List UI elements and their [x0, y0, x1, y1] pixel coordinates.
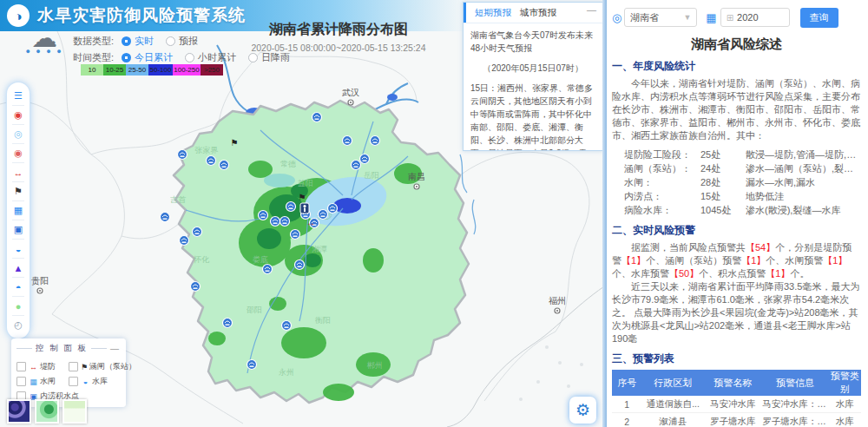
- stat-row: 内涝点：15处地势低洼: [612, 189, 861, 203]
- active-tab-accent: [464, 3, 466, 23]
- dike-icon[interactable]: ↔: [7, 163, 30, 181]
- radio-time-type-0[interactable]: 今日累计: [122, 51, 173, 64]
- checkbox[interactable]: [69, 362, 78, 371]
- reservoir-marker-icon[interactable]: [286, 202, 296, 212]
- radio-icon: [122, 53, 131, 62]
- sluice-icon: ▦: [29, 378, 38, 386]
- checkbox[interactable]: [16, 362, 26, 371]
- reservoir-marker-icon[interactable]: [319, 210, 328, 220]
- radio-time-type-2[interactable]: 日降雨: [248, 51, 290, 64]
- layer-toggle-reservoir[interactable]: ◒水库: [69, 376, 121, 387]
- radio-time-type-1[interactable]: 小时累计: [185, 51, 236, 64]
- reservoir-marker-icon[interactable]: [343, 136, 352, 146]
- half-circle-icon[interactable]: ◓: [7, 278, 30, 296]
- map-canvas[interactable]: 张家界常德岳阳吉首益阳长沙娄底怀化湘潭邵阳衡阳永州郴州 ⚑⚑↔ 武汉重庆贵阳南昌…: [0, 0, 604, 427]
- realtime-warning-paragraph: 据监测，当前风险点预警共【54】个，分别是堤防预警【1】个、涵闸（泵站）预警【1…: [612, 241, 861, 280]
- year-input[interactable]: ⊞ 2020: [720, 8, 790, 27]
- waterlogging-marker-icon[interactable]: [300, 203, 309, 214]
- table-cell: 马安冲水库：2020-...: [761, 396, 828, 413]
- reservoir-marker-icon[interactable]: [180, 236, 189, 246]
- tab-short-term-forecast[interactable]: 短期预报: [475, 7, 511, 19]
- table-row[interactable]: 2溆浦县罗子塘水库罗子塘水库：2020-...水库: [612, 413, 861, 427]
- reservoir-marker-icon[interactable]: [271, 217, 280, 227]
- warning-count: 【1】: [741, 255, 766, 266]
- collapse-panel-button[interactable]: —: [110, 344, 121, 353]
- sluice-icon[interactable]: ▦: [7, 201, 30, 220]
- reservoir-marker-icon[interactable]: [352, 161, 361, 170]
- triangle-icon[interactable]: ▲: [7, 259, 30, 277]
- reservoir-marker-icon[interactable]: [282, 321, 292, 331]
- green-dot-icon[interactable]: ●: [7, 297, 30, 315]
- layer-checkbox-list: ↔堤防⚑涵闸（泵站）▦水闸◒水库▣内涝积水点: [16, 358, 121, 402]
- flag-icon[interactable]: ⚑: [7, 182, 30, 200]
- radio-data-type-1[interactable]: 预报: [166, 35, 198, 48]
- app-title: 水旱灾害防御风险预警系统: [37, 4, 246, 27]
- reservoir-marker-icon[interactable]: [291, 230, 300, 240]
- tab-city-forecast[interactable]: 城市预报: [520, 7, 556, 19]
- reservoir-marker-icon[interactable]: [280, 217, 290, 227]
- table-cell: 溆浦县: [641, 413, 704, 427]
- alarm-icon[interactable]: ◉: [7, 106, 30, 124]
- region-label: 怀化: [193, 255, 210, 264]
- checkbox[interactable]: [16, 377, 26, 386]
- reservoir-marker-icon[interactable]: [161, 213, 170, 222]
- reservoir-marker-icon[interactable]: [312, 113, 322, 122]
- reservoir-marker-icon[interactable]: [207, 156, 216, 166]
- waterlogging-icon[interactable]: ▣: [7, 220, 30, 239]
- stat-desc: 散浸—堤防,管涌—堤防,滑坡—堤防,...: [746, 148, 861, 161]
- region-select[interactable]: 湖南省 ▼: [624, 8, 697, 27]
- reservoir-marker-icon[interactable]: [371, 136, 380, 146]
- table-row[interactable]: 1通道侗族自...马安冲水库马安冲水库：2020-...水库: [612, 396, 861, 413]
- map-toolbar: ☰◉◎◉↔⚑▦▣◒▲◓●◴: [7, 82, 30, 338]
- reservoir-marker-icon[interactable]: [223, 319, 233, 328]
- reservoir-marker-icon[interactable]: [259, 211, 268, 220]
- calendar-small-icon: ⊞: [727, 13, 733, 23]
- clock-icon[interactable]: ◴: [7, 316, 30, 334]
- reservoir-marker-icon[interactable]: [247, 360, 257, 370]
- reservoir-marker-icon[interactable]: [191, 282, 201, 292]
- reservoir-marker-icon[interactable]: [263, 265, 273, 274]
- reservoir-marker-icon[interactable]: [193, 227, 202, 237]
- settings-gear-button[interactable]: ⚙: [569, 397, 596, 424]
- layer-label: 水库: [92, 376, 108, 387]
- layer-toggle-dike[interactable]: ↔堤防: [16, 361, 69, 372]
- layer-toggle-culvert-pump[interactable]: ⚑涵闸（泵站）: [69, 361, 121, 372]
- dike-marker-icon[interactable]: ↔: [306, 218, 315, 227]
- culvert-pump-icon: ⚑: [81, 363, 88, 371]
- target-icon[interactable]: ◉: [7, 144, 30, 162]
- reservoir-marker-icon[interactable]: [220, 161, 229, 170]
- stat-desc: 漏水—水闸,漏水: [746, 175, 861, 189]
- basemap-thumb-dark[interactable]: [7, 399, 31, 424]
- paragraph-text: 个、水闸预警: [766, 255, 823, 266]
- table-header-cell: 行政区划: [641, 370, 704, 396]
- collapse-forecast-button[interactable]: —: [587, 4, 596, 15]
- stat-row: 水闸：28处漏水—水闸,漏水: [612, 175, 861, 189]
- warning-count: 【1】: [823, 255, 847, 266]
- year-input-value: 2020: [737, 12, 758, 23]
- basemap-thumb-light[interactable]: [62, 399, 87, 424]
- reservoir-icon[interactable]: ◒: [7, 240, 30, 258]
- table-cell: 水库: [829, 413, 861, 427]
- warning-list-table: 序号行政区划预警名称预警信息预警类别 1通道侗族自...马安冲水库马安冲水库：2…: [612, 370, 861, 427]
- checkbox[interactable]: [69, 377, 78, 386]
- svg-text:贵阳: 贵阳: [31, 276, 49, 286]
- warning-count: 【54】: [746, 242, 775, 253]
- reservoir-marker-icon[interactable]: [360, 154, 370, 164]
- warning-count: 【1】: [621, 255, 646, 266]
- warning-count: 【50】: [669, 268, 699, 279]
- flag-marker-icon[interactable]: ⚑: [231, 138, 239, 148]
- legend-segment: >250: [201, 64, 223, 76]
- reservoir-marker-icon[interactable]: [295, 260, 305, 270]
- risk-summary-panel: ◎ 湖南省 ▼ ▦ ⊞ 2020 查询 湖南省风险综述 一、年度风险统计 今年以…: [607, 0, 868, 427]
- reservoir-marker-icon[interactable]: [328, 204, 338, 214]
- circle-ring-icon[interactable]: ◎: [7, 125, 30, 143]
- flag-marker-icon[interactable]: ⚑: [299, 193, 306, 202]
- query-button[interactable]: 查询: [800, 8, 838, 28]
- basemap-thumb-green[interactable]: [35, 399, 59, 424]
- table-cell: 通道侗族自...: [641, 396, 704, 413]
- stat-label: 堤防险工险段：: [612, 148, 700, 161]
- radio-data-type-0[interactable]: 实时: [122, 35, 154, 48]
- layers-icon[interactable]: ☰: [7, 87, 30, 105]
- layer-toggle-sluice[interactable]: ▦水闸: [16, 376, 69, 387]
- reservoir-marker-icon[interactable]: [178, 150, 187, 160]
